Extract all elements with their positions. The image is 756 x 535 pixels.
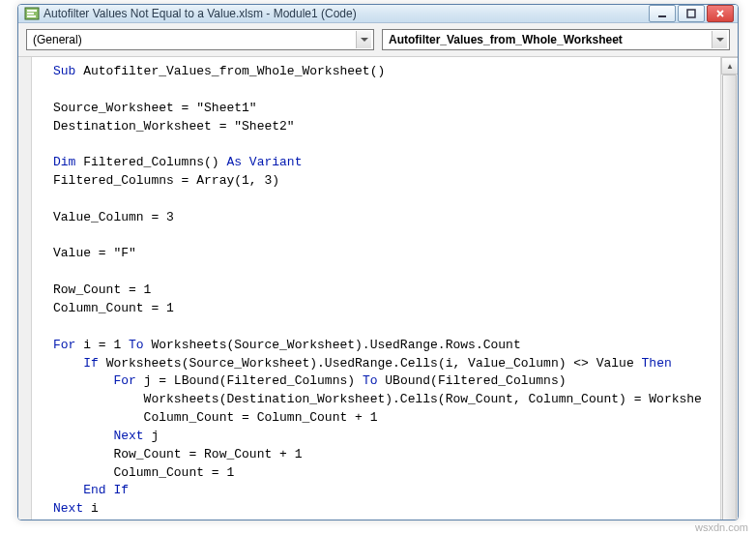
object-dropdown-value: (General) — [33, 33, 82, 46]
object-dropdown[interactable]: (General) — [26, 29, 374, 50]
code-editor[interactable]: Sub Autofilter_Values_from_Whole_Workshe… — [18, 57, 738, 520]
svg-rect-4 — [658, 15, 666, 17]
vba-code-window: Autofilter Values Not Equal to a Value.x… — [17, 4, 739, 520]
vba-module-icon — [24, 6, 40, 21]
scroll-track-v[interactable] — [721, 74, 738, 520]
svg-rect-1 — [27, 10, 37, 12]
maximize-button[interactable] — [678, 5, 705, 22]
procedure-dropdown-value: Autofilter_Values_from_Whole_Worksheet — [389, 33, 623, 46]
svg-rect-2 — [27, 13, 34, 15]
chevron-down-icon — [712, 31, 727, 48]
watermark: wsxdn.com — [695, 521, 748, 533]
window-title: Autofilter Values Not Equal to a Value.x… — [44, 7, 649, 20]
scroll-up-button[interactable]: ▲ — [721, 57, 739, 74]
svg-rect-5 — [687, 10, 695, 17]
close-button[interactable] — [707, 5, 734, 22]
scroll-thumb-v[interactable] — [722, 74, 737, 520]
chevron-down-icon — [356, 31, 371, 48]
svg-rect-3 — [27, 15, 36, 17]
titlebar[interactable]: Autofilter Values Not Equal to a Value.x… — [18, 5, 738, 23]
window-controls — [649, 5, 734, 22]
minimize-button[interactable] — [649, 5, 676, 22]
dropdown-bar: (General) Autofilter_Values_from_Whole_W… — [18, 23, 738, 57]
procedure-dropdown[interactable]: Autofilter_Values_from_Whole_Worksheet — [382, 29, 730, 50]
vertical-scrollbar[interactable]: ▲ ▼ — [720, 57, 738, 520]
code-text[interactable]: Sub Autofilter_Values_from_Whole_Workshe… — [18, 57, 738, 520]
